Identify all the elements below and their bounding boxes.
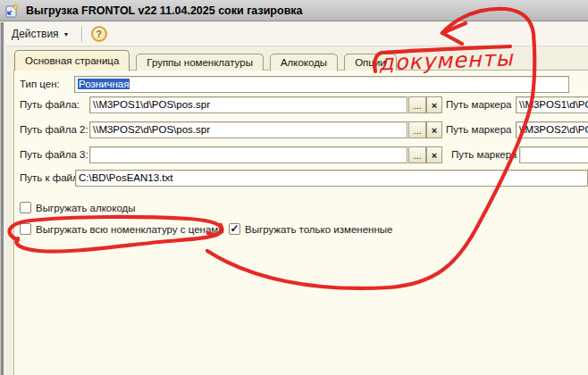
checkbox-export-only-changed-label: Выгружать только измененные (245, 224, 392, 235)
file-path-3-browse-button[interactable]: ... (408, 146, 426, 163)
file-path-3-clear-button[interactable]: × (426, 146, 442, 163)
toolbar-separator (81, 27, 83, 42)
file-path-1-label: Путь файла: (20, 99, 80, 110)
checkbox-export-alcocodes[interactable] (20, 202, 31, 213)
toolbar: Действия ▼ ? (0, 22, 588, 46)
marker-path-2-label: Путь маркера (446, 124, 512, 135)
tab-bar: Основная страница Группы номенклатуры Ал… (14, 50, 397, 71)
marker-path-3-input[interactable] (519, 146, 588, 163)
checkbox-export-only-changed[interactable]: ✓ (229, 223, 240, 235)
chevron-down-icon: ▼ (63, 31, 70, 38)
window-left-border (0, 22, 6, 375)
ean-file-label: Путь к файл (20, 172, 79, 183)
ean-file-input[interactable]: C:\BD\PosEAN13.txt (75, 170, 588, 187)
tab-alcocodes[interactable]: Алкокоды (270, 54, 338, 71)
marker-path-1-input[interactable]: \\M3POS1\d\PO (516, 96, 588, 113)
file-path-3-label: Путь файла 3: (20, 149, 88, 160)
file-path-2-input[interactable]: \\M3POS2\d\POS\pos.spr (89, 121, 407, 138)
tab-page (13, 70, 588, 375)
processing-document-icon (5, 4, 20, 18)
checkbox-export-alcocodes-label: Выгружать алкокоды (36, 203, 136, 213)
window-title: Выгрузка FRONTOL v22 11.04.2025 соки газ… (26, 4, 303, 17)
file-path-2-clear-button[interactable]: × (426, 121, 442, 138)
window-titlebar[interactable]: Выгрузка FRONTOL v22 11.04.2025 соки газ… (0, 0, 588, 21)
file-path-1-input[interactable]: \\M3POS1\d\POS\pos.spr (89, 96, 407, 113)
checkbox-export-full-nomenclature-label: Выгружать всю номенклатуру с ценами (36, 224, 224, 235)
tab-nomenclature-groups[interactable]: Группы номенклатуры (136, 54, 264, 71)
checkbox-export-full-nomenclature[interactable] (20, 223, 31, 235)
actions-menu-button[interactable]: Действия ▼ (8, 26, 73, 42)
tab-main-page[interactable]: Основная страница (14, 50, 130, 71)
file-path-2-browse-button[interactable]: ... (408, 121, 426, 138)
price-type-input[interactable]: Розничная (74, 76, 569, 93)
tab-options[interactable]: Опции (344, 54, 397, 71)
marker-path-1-label: Путь маркера (446, 99, 512, 110)
price-type-selected-text: Розничная (78, 79, 130, 89)
file-path-1-clear-button[interactable]: × (426, 96, 442, 113)
file-path-3-input[interactable] (89, 146, 407, 163)
question-icon: ? (96, 29, 102, 39)
marker-path-3-label: Путь маркера (451, 149, 517, 160)
file-path-1-browse-button[interactable]: ... (408, 96, 426, 113)
help-button[interactable]: ? (91, 26, 107, 42)
marker-path-2-input[interactable]: \\M3POS2\d\PO (516, 121, 588, 138)
checkmark-icon: ✓ (230, 222, 239, 235)
file-path-2-label: Путь файла 2: (20, 124, 88, 135)
actions-menu-label: Действия (12, 28, 59, 40)
price-type-label: Тип цен: (20, 79, 60, 89)
